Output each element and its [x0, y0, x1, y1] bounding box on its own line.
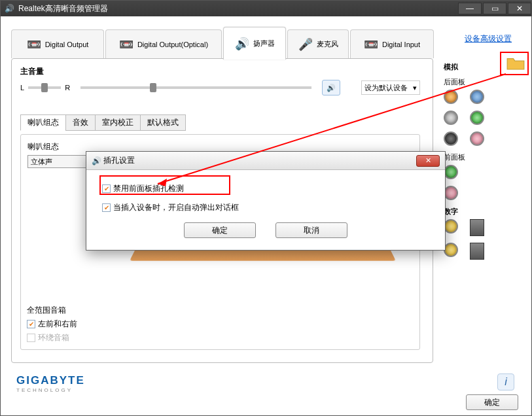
ok-button[interactable]: 确定: [466, 394, 518, 410]
chevron-down-icon: ▾: [413, 84, 417, 92]
checkbox-front-lr[interactable]: ✔左前和右前: [27, 319, 77, 330]
front-jacks: [444, 165, 522, 200]
dialog-cancel-button[interactable]: 取消: [275, 222, 347, 238]
speaker-icon: 🔊: [5, 4, 14, 13]
connector-settings-dialog: 🔊 插孔设置 ✕ ✔禁用前面板插孔检测 ✔当插入设备时，开启自动弹出对话框 确定…: [86, 151, 446, 251]
full-range-group: 全范围音箱 ✔左前和右前 环绕音箱: [27, 305, 77, 343]
titlebar: 🔊 Realtek高清晰音频管理器 — ▭ ✕: [1, 1, 531, 16]
sub-tabs: 喇叭组态 音效 室内校正 默认格式: [20, 114, 185, 131]
window-title: Realtek高清晰音频管理器: [18, 3, 108, 14]
dialog-titlebar: 🔊 插孔设置 ✕: [86, 152, 445, 170]
device-tabs: 📼Digital Output 📼Digital Output(Optical)…: [11, 29, 433, 62]
device-icon: 📼: [364, 37, 378, 52]
tab-digital-output[interactable]: 📼Digital Output: [11, 29, 104, 58]
subtab-speaker-config[interactable]: 喇叭组态: [20, 114, 66, 131]
spdif-out[interactable]: [470, 219, 484, 236]
checkbox-icon: ✔: [27, 320, 35, 328]
dialog-ok-button[interactable]: 确定: [184, 222, 256, 238]
maximize-button[interactable]: ▭: [483, 3, 506, 14]
subtab-default-format[interactable]: 默认格式: [140, 114, 186, 131]
jack-rear-black[interactable]: [444, 131, 458, 146]
checkbox-disable-front-detect[interactable]: ✔禁用前面板插孔检测: [102, 183, 429, 194]
subtab-room-correction[interactable]: 室内校正: [95, 114, 141, 131]
device-icon: 📼: [27, 37, 41, 52]
connector-settings-button[interactable]: [506, 56, 525, 70]
tab-speakers[interactable]: 🔊扬声器: [223, 27, 286, 60]
close-button[interactable]: ✕: [508, 3, 531, 14]
jack-rear-orange[interactable]: [444, 90, 458, 104]
mic-icon: 🎤: [298, 37, 313, 52]
speaker-icon: 🔊: [92, 156, 101, 165]
spdif-in[interactable]: [470, 243, 484, 260]
jack-rear-green[interactable]: [470, 111, 484, 125]
speaker-icon: 🔊: [235, 37, 249, 51]
subtab-sound-effect[interactable]: 音效: [65, 114, 96, 131]
jack-front-green[interactable]: [444, 165, 458, 179]
advanced-settings-link[interactable]: 设备高级设置: [465, 33, 512, 44]
volume-label: 主音量: [20, 66, 420, 77]
balance-right-label: R: [65, 84, 70, 92]
digital-jacks: [444, 219, 522, 260]
jack-rear-blue[interactable]: [470, 90, 484, 104]
rear-jacks: [444, 90, 522, 146]
jack-rear-grey[interactable]: [444, 111, 458, 125]
dialog-close-button[interactable]: ✕: [416, 155, 440, 167]
digital-label: 数字: [444, 207, 522, 217]
checkbox-icon: ✔: [102, 203, 111, 212]
device-icon: 📼: [119, 37, 133, 52]
jack-rear-pink[interactable]: [470, 131, 484, 146]
tab-digital-input[interactable]: 📼Digital Input: [350, 29, 434, 58]
jack-digital-in[interactable]: [444, 243, 458, 257]
sound-icon: 🔊: [327, 84, 336, 92]
analog-label: 模拟: [444, 63, 458, 71]
set-default-dropdown[interactable]: 设为默认设备▾: [361, 80, 420, 95]
tab-digital-output-optical[interactable]: 📼Digital Output(Optical): [105, 29, 222, 58]
mute-button[interactable]: 🔊: [322, 80, 340, 95]
jack-digital-out[interactable]: [444, 219, 458, 234]
info-button[interactable]: i: [497, 373, 514, 390]
full-range-title: 全范围音箱: [27, 305, 77, 316]
brand-logo: GIGABYTE TECHNOLOGY: [16, 374, 85, 393]
front-panel-label: 前面板: [444, 152, 522, 162]
checkbox-icon: [27, 334, 35, 342]
volume-slider[interactable]: [80, 86, 311, 89]
dialog-title: 插孔设置: [103, 155, 135, 166]
minimize-button[interactable]: —: [458, 3, 482, 14]
jack-panel: 模拟 后面板 前面板 数字: [444, 62, 522, 363]
rear-panel-label: 后面板: [444, 77, 522, 87]
volume-section: 主音量 L R 🔊 设为默认设备▾: [20, 66, 420, 95]
balance-left-label: L: [20, 84, 24, 92]
jack-front-pink[interactable]: [444, 186, 458, 200]
checkbox-icon: ✔: [102, 184, 111, 193]
checkbox-auto-popup[interactable]: ✔当插入设备时，开启自动弹出对话框: [102, 202, 429, 213]
balance-slider[interactable]: [28, 86, 61, 89]
checkbox-surround: 环绕音箱: [27, 332, 77, 343]
tab-microphone[interactable]: 🎤麦克风: [287, 29, 349, 58]
